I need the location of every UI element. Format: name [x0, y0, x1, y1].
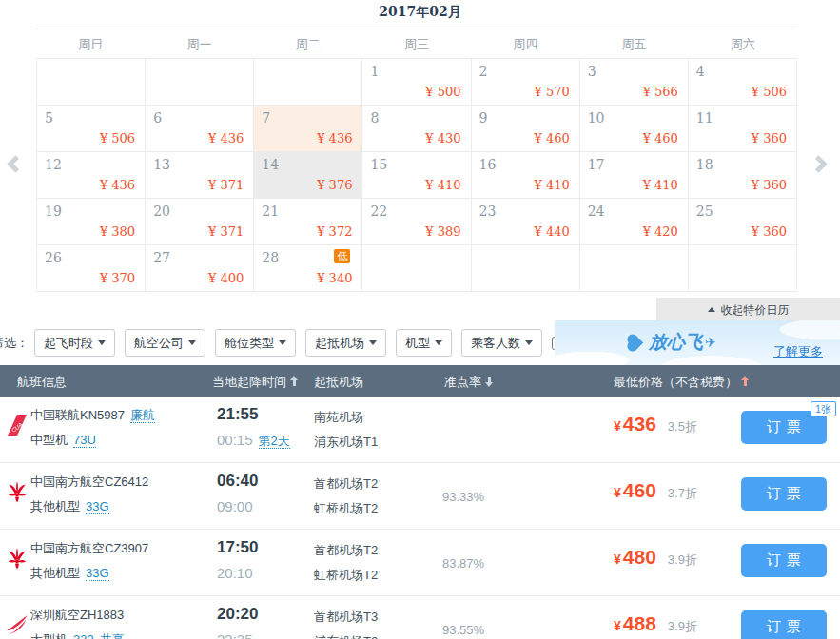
airline-name: 中国南方航空CZ3907: [30, 541, 148, 555]
calendar-cell-empty: [362, 245, 471, 292]
calendar-price: ¥ 436: [317, 131, 352, 145]
calendar-month-title: 2017年02月: [0, 4, 840, 21]
filter-airport[interactable]: 起抵机场: [305, 329, 386, 357]
calendar-cell-13[interactable]: 13¥ 371: [146, 152, 254, 199]
calendar-cell-22[interactable]: 22¥ 389: [362, 199, 471, 245]
calendar-cell-14[interactable]: 14¥ 376: [254, 152, 362, 199]
calendar-cell-7[interactable]: 7¥ 436: [254, 106, 362, 152]
currency-symbol: ¥: [614, 418, 621, 434]
calendar-cell-24[interactable]: 24¥ 420: [580, 199, 689, 245]
calendar-price: ¥ 372: [317, 224, 352, 239]
departure-airport: 首都机场T2: [314, 475, 378, 493]
shenzhen-airlines-logo-icon: [5, 612, 29, 637]
weekday-sun: 周日: [36, 29, 145, 58]
heart-icon: [629, 335, 644, 350]
filter-departure-time[interactable]: 起飞时段: [34, 329, 115, 357]
discount-rate: 3.9折: [668, 618, 697, 635]
promo-banner: 放心飞 ✈ 了解更多: [555, 320, 840, 365]
collapse-calendar-label: 收起特价日历: [721, 303, 790, 317]
calendar-cell-5[interactable]: 5¥ 506: [37, 106, 146, 152]
price-amount: 460: [623, 479, 656, 502]
calendar-cell-8[interactable]: 8¥ 430: [362, 106, 471, 152]
header-airport: 起抵机场: [314, 374, 363, 391]
aircraft-model-link[interactable]: 33G: [86, 499, 109, 514]
book-button[interactable]: 订 票: [741, 544, 827, 577]
calendar-cell-6[interactable]: 6¥ 436: [146, 106, 254, 152]
header-ontime-sort[interactable]: 准点率: [444, 374, 494, 391]
calendar-cell-2[interactable]: 2¥ 570: [472, 59, 580, 106]
book-button[interactable]: 订 票: [741, 610, 827, 639]
filter-cabin-class[interactable]: 舱位类型: [215, 329, 296, 357]
chevron-down-icon: [98, 340, 106, 345]
calendar-price: ¥ 360: [752, 131, 787, 145]
aircraft-model-link[interactable]: 33G: [86, 566, 109, 581]
calendar-cell-empty: [472, 245, 580, 292]
chevron-down-icon: [435, 340, 442, 345]
learn-more-link[interactable]: 了解更多: [773, 343, 823, 360]
calendar-cell-27[interactable]: 27¥ 400: [146, 245, 254, 292]
calendar-price: ¥ 440: [534, 224, 569, 239]
next-month-chevron-icon[interactable]: [810, 155, 827, 172]
calendar-cell-11[interactable]: 11¥ 360: [689, 106, 797, 152]
calendar-cell-16[interactable]: 16¥ 410: [472, 152, 580, 199]
weekday-thu: 周四: [471, 29, 579, 58]
calendar-cell-10[interactable]: 10¥ 460: [580, 106, 689, 152]
calendar-cell-18[interactable]: 18¥ 360: [689, 152, 797, 199]
calendar-cell-19[interactable]: 19¥ 380: [37, 199, 146, 245]
calendar-price: ¥ 410: [534, 178, 569, 192]
departure-time: 06:40: [217, 472, 258, 491]
filter-airline[interactable]: 航空公司: [125, 329, 205, 357]
ontime-rate: 83.87%: [442, 556, 484, 571]
calendar-day-number: 19: [45, 203, 62, 219]
calendar-cell-12[interactable]: 12¥ 436: [37, 152, 146, 199]
calendar-cell-23[interactable]: 23¥ 440: [472, 199, 580, 245]
china-southern-airlines-logo-icon: [5, 546, 29, 571]
filter-airline-label: 航空公司: [134, 336, 184, 350]
calendar-cell-1[interactable]: 1¥ 500: [362, 59, 471, 106]
calendar-weekday-header: 周日 周一 周二 周三 周四 周五 周六: [36, 29, 797, 58]
flight-airline: 深圳航空ZH1883: [30, 607, 124, 624]
sort-asc-icon: [290, 376, 299, 387]
flight-airline: 中国联航KN5987廉航: [30, 407, 155, 424]
flight-airline: 中国南方航空CZ3907: [30, 540, 148, 557]
calendar-cell-26[interactable]: 26¥ 370: [37, 245, 146, 292]
budget-airline-tag-link[interactable]: 廉航: [130, 408, 155, 423]
calendar-cell-25[interactable]: 25¥ 360: [689, 199, 797, 245]
calendar-cell-empty: [689, 245, 797, 292]
sort-desc-icon: [485, 376, 494, 387]
calendar-cell-17[interactable]: 17¥ 410: [580, 152, 689, 199]
calendar-cell-empty: [580, 245, 689, 292]
calendar-day-number: 9: [479, 110, 488, 126]
calendar-cell-15[interactable]: 15¥ 410: [362, 152, 471, 199]
aircraft-model-link[interactable]: 73U: [73, 433, 96, 448]
calendar-cell-28[interactable]: 28低¥ 340: [254, 245, 362, 292]
calendar-cell-21[interactable]: 21¥ 372: [254, 199, 362, 245]
shared-flight-link[interactable]: 共享: [100, 632, 125, 639]
collapse-calendar-button[interactable]: 收起特价日历: [656, 298, 840, 323]
header-price-sort[interactable]: 最低价格（不含税费）: [614, 374, 750, 391]
next-day-link[interactable]: 第2天: [259, 434, 290, 449]
discount-rate: 3.5折: [668, 418, 697, 436]
calendar-price: ¥ 376: [317, 178, 352, 192]
calendar-day-number: 10: [588, 110, 605, 126]
calendar-day-number: 1: [370, 64, 379, 79]
calendar-day-number: 3: [588, 64, 596, 79]
calendar-price: ¥ 506: [100, 131, 135, 145]
weekday-mon: 周一: [145, 29, 253, 58]
flight-row-kn5987: CUA 中国联航KN5987廉航 中型机73U 21:55 00:15第2天 南…: [0, 397, 840, 463]
calendar-cell-4[interactable]: 4¥ 506: [689, 59, 797, 106]
filter-aircraft-type[interactable]: 机型: [396, 329, 452, 357]
header-departure-time-sort[interactable]: 当地起降时间: [212, 374, 299, 391]
aircraft-type: 中型机: [30, 433, 68, 447]
aircraft-type: 大型机: [30, 632, 68, 639]
aircraft-model-link[interactable]: 332: [73, 632, 94, 639]
calendar-cell-9[interactable]: 9¥ 460: [472, 106, 580, 152]
calendar-price: ¥ 506: [752, 85, 787, 99]
filter-passenger-count[interactable]: 乘客人数: [461, 329, 542, 357]
calendar-cell-20[interactable]: 20¥ 371: [146, 199, 254, 245]
calendar-cell-3[interactable]: 3¥ 566: [580, 59, 689, 106]
prev-month-chevron-icon[interactable]: [7, 155, 24, 172]
fangxinfei-logo-text: 放心飞: [649, 330, 703, 355]
calendar-day-number: 25: [696, 203, 713, 219]
book-button[interactable]: 订 票: [741, 477, 827, 511]
